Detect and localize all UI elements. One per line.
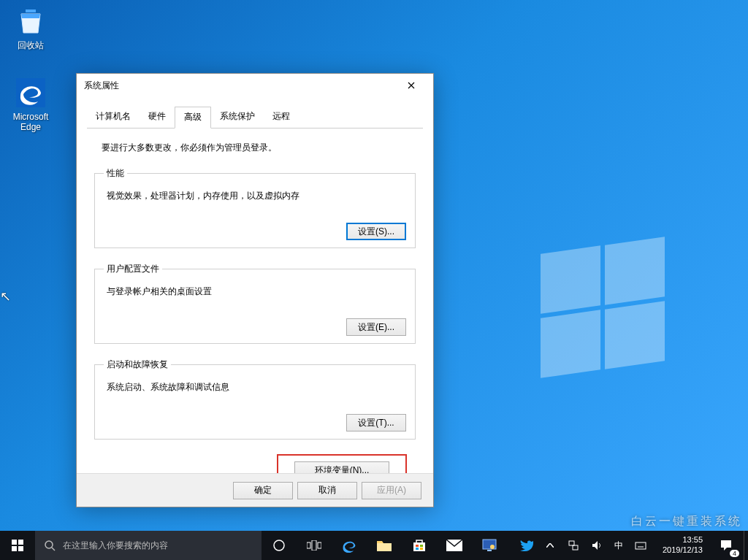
desktop-icon-recycle-bin[interactable]: 回收站	[3, 4, 58, 52]
svg-point-6	[45, 541, 53, 548]
recycle-bin-icon	[15, 4, 47, 37]
svg-rect-13	[416, 545, 419, 547]
mail-icon	[446, 540, 462, 551]
desktop-icon-label: 回收站	[3, 39, 58, 52]
tab-advanced[interactable]: 高级	[175, 107, 211, 129]
svg-rect-9	[307, 542, 310, 548]
svg-rect-22	[573, 545, 578, 550]
search-icon	[44, 540, 56, 551]
close-button[interactable]	[397, 75, 426, 96]
taskbar-clock[interactable]: 13:55 2019/12/13	[657, 535, 709, 556]
folder-icon	[376, 539, 392, 552]
svg-rect-15	[416, 548, 419, 550]
apply-button[interactable]: 应用(A)	[362, 482, 421, 499]
network-icon	[568, 540, 579, 551]
startup-settings-button[interactable]: 设置(T)...	[346, 414, 406, 431]
chevron-up-icon	[546, 543, 554, 548]
svg-line-7	[52, 548, 55, 551]
start-button[interactable]	[0, 531, 35, 560]
ok-button[interactable]: 确定	[233, 482, 293, 499]
svg-rect-16	[420, 548, 423, 550]
svg-rect-2	[12, 540, 17, 545]
desktop-icon-label: Microsoft Edge	[3, 112, 58, 132]
store-icon	[412, 538, 427, 553]
edge-icon	[15, 77, 47, 109]
dialog-footer: 确定 取消 应用(A)	[77, 473, 433, 507]
watermark-text: 白云一键重装系统	[631, 514, 742, 529]
svg-rect-19	[487, 550, 492, 551]
task-view-icon	[307, 540, 321, 551]
svg-rect-14	[420, 545, 423, 547]
tab-computer-name[interactable]: 计算机名	[87, 107, 140, 129]
svg-rect-21	[569, 541, 574, 545]
svg-rect-11	[318, 542, 321, 548]
svg-rect-23	[636, 542, 646, 549]
edge-icon	[340, 537, 358, 554]
tray-twitter[interactable]	[516, 531, 537, 560]
tab-system-protection[interactable]: 系统保护	[211, 107, 264, 129]
volume-icon	[591, 540, 603, 551]
group-performance: 性能 视觉效果，处理器计划，内存使用，以及虚拟内存 设置(S)...	[94, 167, 416, 248]
svg-rect-3	[18, 540, 23, 545]
group-user-profiles-legend: 用户配置文件	[104, 263, 162, 275]
tab-bar: 计算机名 硬件 高级 系统保护 远程	[87, 106, 423, 129]
svg-point-8	[274, 540, 284, 551]
tray-chevron-up[interactable]	[540, 531, 560, 560]
group-user-profiles: 用户配置文件 与登录帐户相关的桌面设置 设置(E)...	[94, 263, 416, 344]
tray-ime-mode[interactable]	[630, 531, 651, 560]
admin-note: 要进行大多数更改，你必须作为管理员登录。	[102, 142, 416, 154]
taskbar-search[interactable]: 在这里输入你要搜索的内容	[35, 531, 262, 560]
group-startup: 启动和故障恢复 系统启动、系统故障和调试信息 设置(T)...	[94, 358, 416, 440]
taskbar-app-settings[interactable]	[472, 531, 507, 560]
desktop-icon-edge[interactable]: Microsoft Edge	[3, 77, 58, 132]
dialog-titlebar[interactable]: 系统属性	[77, 74, 433, 97]
close-icon	[408, 82, 415, 89]
show-desktop-button[interactable]	[744, 531, 748, 560]
dialog-title: 系统属性	[84, 80, 119, 92]
clock-time: 13:55	[663, 535, 703, 545]
notification-badge: 4	[730, 550, 739, 557]
svg-rect-4	[12, 546, 17, 551]
svg-rect-12	[377, 543, 392, 551]
cancel-button[interactable]: 取消	[297, 482, 357, 499]
group-startup-desc: 系统启动、系统故障和调试信息	[107, 381, 406, 394]
group-startup-legend: 启动和故障恢复	[104, 358, 171, 371]
svg-rect-10	[312, 540, 316, 551]
group-user-profiles-desc: 与登录帐户相关的桌面设置	[107, 285, 406, 298]
windows-logo-wallpaper	[541, 241, 672, 372]
task-view-button[interactable]	[297, 531, 332, 560]
group-performance-desc: 视觉效果，处理器计划，内存使用，以及虚拟内存	[107, 190, 406, 202]
svg-rect-0	[26, 9, 36, 12]
tab-hardware[interactable]: 硬件	[140, 107, 175, 129]
taskbar-app-explorer[interactable]	[367, 531, 402, 560]
tray-volume[interactable]	[587, 531, 607, 560]
taskbar-app-edge[interactable]	[332, 531, 367, 560]
windows-start-icon	[12, 540, 23, 551]
ime-indicator[interactable]: 中	[610, 540, 627, 552]
performance-settings-button[interactable]: 设置(S)...	[346, 223, 406, 240]
group-performance-legend: 性能	[104, 167, 127, 180]
taskbar-app-mail[interactable]	[437, 531, 472, 560]
system-properties-dialog: 系统属性 计算机名 硬件 高级 系统保护 远程 要进行大多数更改，你必须作为管理…	[76, 73, 434, 507]
cortana-icon	[272, 539, 286, 552]
clock-date: 2019/12/13	[663, 545, 703, 556]
taskbar-app-store[interactable]	[402, 531, 437, 560]
user-profiles-settings-button[interactable]: 设置(E)...	[346, 318, 406, 336]
monitor-settings-icon	[481, 537, 497, 553]
keyboard-icon	[635, 540, 646, 551]
taskbar: 在这里输入你要搜索的内容 中	[0, 531, 748, 560]
cortana-button[interactable]	[262, 531, 297, 560]
system-tray: 中	[511, 531, 657, 560]
tab-remote[interactable]: 远程	[264, 107, 299, 129]
svg-point-20	[490, 545, 495, 549]
svg-rect-5	[18, 546, 23, 551]
twitter-icon	[520, 540, 533, 551]
cursor-icon: ↖	[0, 288, 11, 304]
action-center-button[interactable]: 4	[709, 531, 744, 560]
tray-network[interactable]	[563, 531, 584, 560]
search-placeholder: 在这里输入你要搜索的内容	[63, 540, 168, 552]
